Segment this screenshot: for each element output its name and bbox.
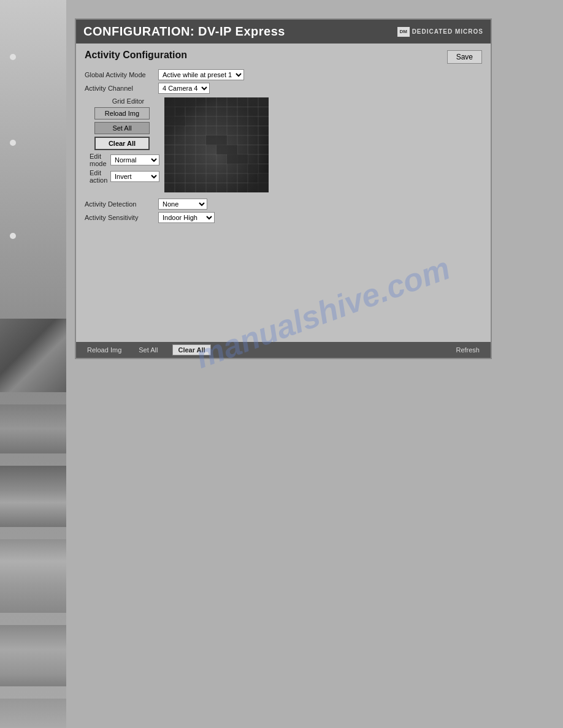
sidebar-dot-1 [10, 54, 16, 60]
activity-sensitivity-label: Activity Sensitivity [85, 214, 158, 221]
svg-rect-26 [216, 145, 227, 155]
sidebar-dot-3 [10, 233, 16, 239]
toolbar-set-all-button[interactable]: Set All [136, 345, 160, 355]
config-header: CONFIGURATION: DV-IP Express DM DEDICATE… [76, 20, 491, 44]
brand-logo: DM DEDICATED MICROS [397, 27, 483, 37]
toolbar-reload-img-button[interactable]: Reload Img [85, 345, 124, 355]
brand-logo-icon: DM [397, 27, 410, 37]
sidebar-strip-3 [0, 466, 66, 527]
main-content: CONFIGURATION: DV-IP Express DM DEDICATE… [66, 0, 563, 728]
svg-rect-24 [206, 135, 216, 145]
activity-detection-label: Activity Detection [85, 200, 158, 208]
svg-rect-19 [175, 97, 185, 107]
global-activity-mode-row: Global Activity Mode Active while at pre… [85, 69, 482, 80]
global-activity-mode-select[interactable]: Active while at preset 1 Always active N… [158, 69, 244, 80]
page-title: Activity Configuration [85, 50, 187, 61]
grid-svg [164, 97, 269, 192]
svg-rect-31 [258, 173, 269, 183]
set-all-button[interactable]: Set All [94, 122, 150, 134]
save-button[interactable]: Save [447, 50, 482, 64]
grid-editor-controls: Grid Editor Reload Img Set All Clear All… [85, 97, 164, 192]
toolbar-refresh-button[interactable]: Refresh [453, 345, 482, 355]
sidebar-strip-4 [0, 539, 66, 613]
svg-rect-23 [175, 116, 185, 126]
edit-action-label: Edit action [90, 169, 110, 184]
edit-mode-select[interactable]: Normal Draw Erase [110, 154, 159, 165]
svg-rect-18 [164, 97, 175, 107]
global-activity-mode-label: Global Activity Mode [85, 71, 158, 78]
edit-action-row: Edit action Invert Set Clear [90, 169, 159, 184]
edit-mode-label: Edit mode [90, 153, 110, 167]
svg-rect-27 [227, 145, 237, 155]
bottom-toolbar: Reload Img Set All Clear All Refresh [76, 342, 491, 358]
activity-detection-select[interactable]: None Motion Tamper [158, 199, 207, 210]
sidebar-strip-5 [0, 625, 66, 686]
camera-grid-view [164, 97, 269, 192]
svg-rect-30 [248, 164, 258, 174]
activity-sensitivity-select[interactable]: Indoor High Indoor Low Outdoor High Outd… [158, 212, 215, 223]
brand-name: DEDICATED MICROS [412, 28, 483, 35]
sidebar-strip-1 [0, 319, 66, 392]
activity-channel-label: Activity Channel [85, 85, 158, 92]
svg-rect-20 [185, 97, 196, 107]
reload-img-button[interactable]: Reload Img [94, 107, 150, 119]
title-row: Activity Configuration Save [85, 50, 482, 66]
grid-editor-section: Grid Editor Reload Img Set All Clear All… [85, 97, 482, 192]
svg-rect-29 [237, 154, 248, 164]
sidebar-dot-2 [10, 140, 16, 146]
edit-mode-row: Edit mode Normal Draw Erase [90, 153, 159, 167]
svg-rect-33 [258, 183, 269, 193]
sidebar [0, 0, 66, 728]
sidebar-strip-6 [0, 699, 66, 728]
activity-channel-row: Activity Channel 4 Camera 4 1 Camera 1 2… [85, 83, 482, 94]
activity-sensitivity-row: Activity Sensitivity Indoor High Indoor … [85, 212, 482, 223]
toolbar-clear-all-button[interactable]: Clear All [172, 344, 210, 355]
svg-rect-25 [216, 135, 227, 145]
edit-action-select[interactable]: Invert Set Clear [110, 171, 159, 182]
config-panel: CONFIGURATION: DV-IP Express DM DEDICATE… [75, 18, 492, 359]
svg-rect-28 [227, 154, 237, 164]
svg-rect-32 [248, 183, 258, 193]
svg-rect-22 [164, 116, 175, 126]
clear-all-button[interactable]: Clear All [94, 137, 150, 150]
grid-editor-label: Grid Editor [97, 97, 159, 105]
detection-section: Activity Detection None Motion Tamper Ac… [85, 199, 482, 223]
svg-rect-21 [164, 107, 175, 117]
config-title: CONFIGURATION: DV-IP Express [83, 25, 285, 39]
sidebar-strip-2 [0, 404, 66, 453]
activity-channel-select[interactable]: 4 Camera 4 1 Camera 1 2 Camera 2 3 Camer… [158, 83, 210, 94]
config-content: Activity Configuration Save Global Activ… [76, 44, 491, 232]
activity-detection-row: Activity Detection None Motion Tamper [85, 199, 482, 210]
